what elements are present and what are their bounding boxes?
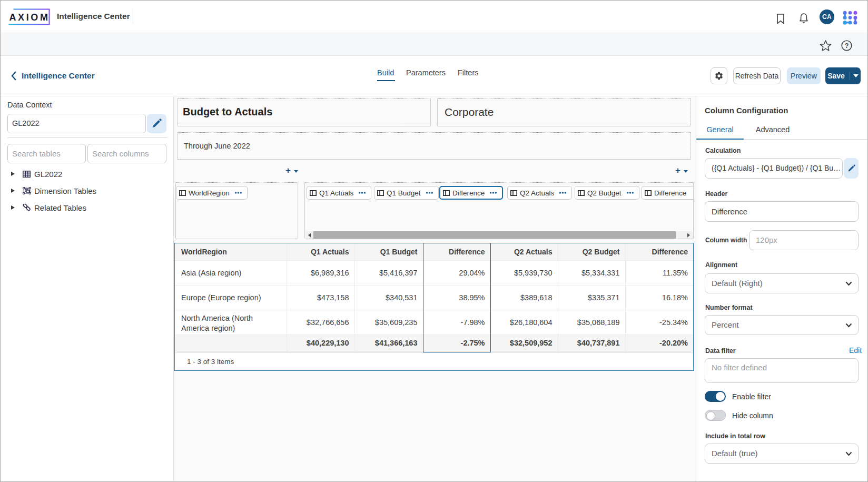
- svg-text:AXIOM: AXIOM: [9, 12, 50, 23]
- svg-text:?: ?: [845, 42, 849, 50]
